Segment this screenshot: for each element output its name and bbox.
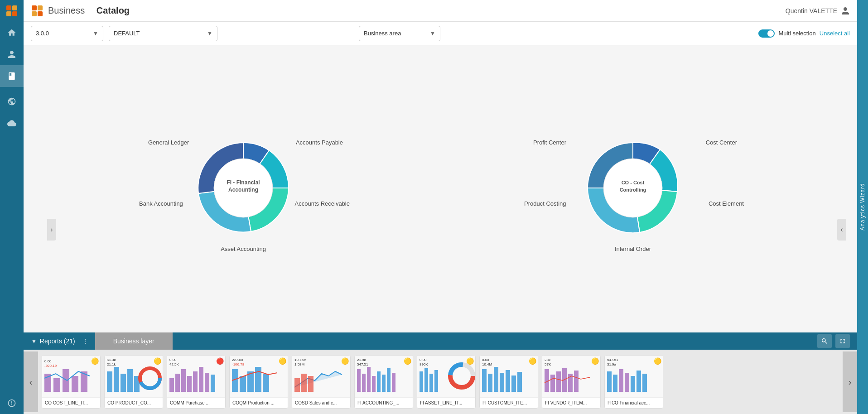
- fi-label-accounts-payable: Accounts Payable: [296, 139, 343, 146]
- svg-rect-47: [294, 378, 300, 392]
- card-4-icon: 🟡: [279, 357, 286, 365]
- business-area-select[interactable]: Business area ▼: [359, 26, 440, 41]
- report-card-5-title: COSD Sales and c...: [292, 397, 350, 408]
- report-card-8-preview: 0.00 10.4M 🟡: [480, 356, 538, 397]
- svg-text:1.58M: 1.58M: [294, 362, 305, 366]
- svg-rect-53: [362, 374, 366, 392]
- version-select[interactable]: 3.0.0 ▼: [31, 26, 103, 41]
- svg-rect-21: [107, 371, 112, 392]
- co-label-profit-center: Profit Center: [533, 139, 566, 146]
- charts-row: General Ledger Accounts Payable Accounts…: [51, 54, 830, 323]
- profile-select[interactable]: DEFAULT ▼: [109, 26, 217, 41]
- app-title: Business Catalog: [31, 5, 780, 17]
- fi-label-general-ledger: General Ledger: [148, 139, 189, 146]
- profile-value: DEFAULT: [114, 30, 140, 37]
- report-card-7[interactable]: 0.00 890K 🟡 FI ASSET_LINE_IT...: [417, 355, 476, 409]
- report-card-8[interactable]: 0.00 10.4M 🟡 FI CUSTOMER_ITE...: [479, 355, 538, 409]
- app-title-bold: Catalog: [96, 5, 130, 16]
- card-1-icon: 🟡: [91, 357, 98, 365]
- analytics-wizard-panel[interactable]: Analytics Wizard: [857, 0, 868, 414]
- svg-rect-57: [382, 375, 386, 392]
- filter-bar: 3.0.0 ▼ DEFAULT ▼ Business area ▼ Multi …: [24, 22, 857, 45]
- bottom-panel: ▼ Reports (21) ⋮ Business layer ‹: [24, 332, 857, 414]
- business-layer-tab[interactable]: Business layer: [95, 332, 173, 350]
- svg-rect-83: [556, 371, 561, 392]
- report-card-6-title: FI ACCOUNTING_...: [355, 397, 413, 408]
- svg-rect-52: [357, 369, 361, 392]
- co-donut-container: Profit Center Cost Center Cost Element I…: [520, 112, 746, 266]
- report-card-3-title: COMM Purchase ...: [167, 397, 225, 408]
- report-card-3[interactable]: 0.00 42.5K 🔴 COMM Purchase ...: [167, 355, 226, 409]
- report-card-2[interactable]: $1.3k 21.1k 🟡 CO PRODUCT_CO...: [104, 355, 163, 409]
- card-10-icon: 🟡: [654, 357, 661, 365]
- report-card-10-title: FICO Financial acc...: [605, 397, 663, 408]
- more-options-button[interactable]: ⋮: [79, 335, 92, 347]
- expand-reports-button[interactable]: [835, 334, 850, 348]
- prev-reports-arrow[interactable]: ‹: [24, 351, 38, 412]
- right-collapse-arrow[interactable]: ‹: [837, 219, 846, 241]
- svg-text:0.00: 0.00: [169, 358, 177, 362]
- report-card-10[interactable]: 547.51 31.9a 🟡 FICO Financial acc...: [604, 355, 663, 409]
- profile-chevron: ▼: [207, 30, 212, 37]
- co-donut-chart[interactable]: CO - Cost Controlling: [574, 129, 692, 247]
- report-card-1[interactable]: 0.00 -920.19 🟡 CO COST_LINE_IT...: [42, 355, 101, 409]
- report-card-9[interactable]: 28k 57K 🟡 FI VENDOR_ITEM...: [542, 355, 601, 409]
- report-card-6[interactable]: 21.9k 547.51 🟡 FI ACCOUNTING_...: [354, 355, 413, 409]
- charts-area: General Ledger Accounts Payable Accounts…: [24, 45, 857, 332]
- svg-rect-6: [32, 11, 37, 16]
- next-reports-arrow[interactable]: ›: [843, 351, 857, 412]
- sidebar-item-catalog[interactable]: [0, 65, 24, 87]
- card-8-icon: 🟡: [529, 357, 536, 365]
- svg-rect-24: [127, 369, 133, 392]
- sidebar-item-users[interactable]: [0, 43, 24, 65]
- reports-chevron[interactable]: ▼: [31, 337, 37, 345]
- reports-label-area: ▼ Reports (21): [31, 337, 75, 345]
- svg-rect-90: [613, 375, 617, 392]
- report-card-1-preview: 0.00 -920.19 🟡: [42, 356, 100, 397]
- svg-text:42.5K: 42.5K: [169, 362, 179, 366]
- fi-label-bank-accounting: Bank Accounting: [139, 200, 183, 207]
- report-card-8-title: FI CUSTOMER_ITE...: [480, 397, 538, 408]
- svg-rect-41: [240, 376, 246, 392]
- card-9-icon: 🟡: [591, 357, 598, 365]
- svg-rect-93: [631, 376, 635, 392]
- sidebar-item-home[interactable]: [0, 22, 24, 43]
- sidebar-item-settings[interactable]: [0, 392, 24, 414]
- card-3-icon: 🔴: [216, 357, 223, 365]
- report-card-4[interactable]: 227.00 -106.78 🟡 COQM Production ...: [229, 355, 288, 409]
- svg-rect-56: [377, 371, 381, 392]
- report-card-3-preview: 0.00 42.5K 🔴: [167, 356, 225, 397]
- bottom-panel-header: ▼ Reports (21) ⋮ Business layer: [24, 332, 857, 350]
- report-card-1-title: CO COST_LINE_IT...: [42, 397, 100, 408]
- svg-rect-23: [121, 374, 126, 392]
- user-info: Quentin VALETTE: [786, 6, 850, 15]
- sidebar-item-deploy[interactable]: [0, 112, 24, 134]
- report-cards-wrapper: ‹ 0.00: [24, 350, 857, 414]
- unselect-all-link[interactable]: Unselect all: [820, 30, 850, 37]
- svg-text:0.00: 0.00: [44, 359, 52, 363]
- co-label-cost-center: Cost Center: [706, 139, 737, 146]
- svg-rect-73: [488, 374, 492, 392]
- report-card-5-preview: 10.75M 1.58M 🟡: [292, 356, 350, 397]
- svg-text:0.00: 0.00: [482, 358, 489, 362]
- report-card-5[interactable]: 10.75M 1.58M 🟡 COSD Sales and c...: [292, 355, 351, 409]
- svg-rect-94: [637, 371, 641, 392]
- multi-selection-toggle[interactable]: [758, 29, 775, 38]
- co-label-cost-element: Cost Element: [709, 200, 744, 207]
- sidebar-bottom: [0, 392, 24, 414]
- report-card-7-preview: 0.00 890K 🟡: [417, 356, 475, 397]
- svg-rect-0: [6, 5, 11, 10]
- report-card-4-preview: 227.00 -106.78 🟡: [230, 356, 288, 397]
- svg-rect-59: [392, 373, 395, 392]
- report-card-4-title: COQM Production ...: [230, 397, 288, 408]
- svg-text:10.4M: 10.4M: [482, 362, 492, 366]
- svg-rect-17: [72, 376, 78, 392]
- fi-donut-chart[interactable]: FI - Financial Accounting: [184, 129, 302, 247]
- svg-rect-91: [619, 369, 623, 392]
- sidebar-item-network[interactable]: [0, 91, 24, 112]
- search-reports-button[interactable]: [817, 334, 832, 348]
- svg-rect-72: [482, 369, 487, 392]
- svg-rect-30: [169, 378, 174, 392]
- sidebar-collapse-arrow[interactable]: ›: [47, 219, 56, 241]
- svg-rect-31: [175, 374, 180, 392]
